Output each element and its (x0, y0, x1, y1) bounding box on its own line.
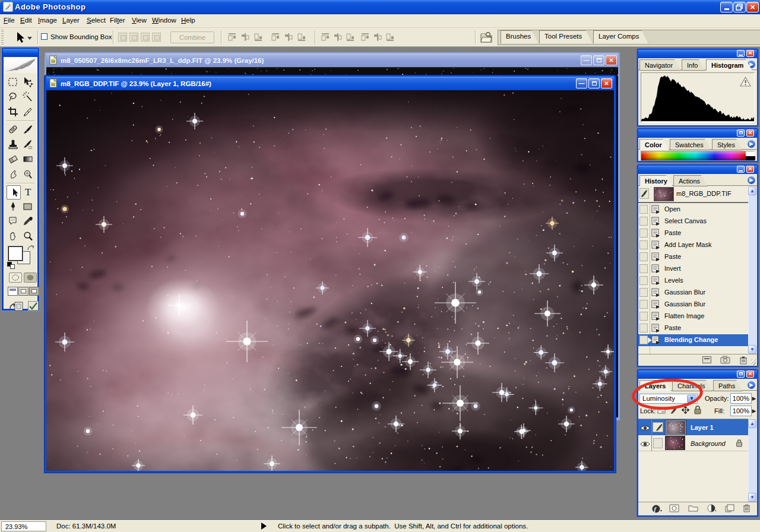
svg-text:T: T (25, 186, 31, 197)
